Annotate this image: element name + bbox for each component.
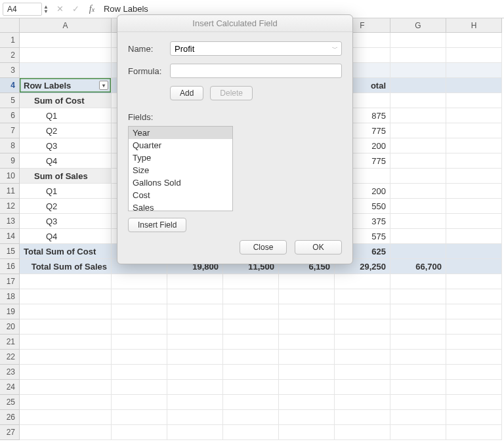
cell-E17[interactable]: [279, 274, 335, 289]
cell-G17[interactable]: [390, 274, 446, 289]
cell-H14[interactable]: [446, 229, 502, 244]
name-combobox[interactable]: ﹀: [170, 41, 342, 56]
cell-A1[interactable]: [20, 33, 112, 48]
cell-A16[interactable]: Total Sum of Sales: [20, 259, 112, 274]
row-header-19[interactable]: 19: [0, 304, 20, 319]
cell-F22[interactable]: [335, 350, 390, 365]
cell-G16[interactable]: 66,700: [390, 259, 446, 274]
cell-H5[interactable]: [446, 93, 502, 108]
field-item[interactable]: Cost: [129, 189, 232, 201]
cell-G12[interactable]: [390, 199, 446, 214]
cell-D27[interactable]: [223, 425, 279, 440]
cell-H20[interactable]: [446, 319, 502, 335]
cell-E19[interactable]: [279, 304, 335, 319]
cell-H13[interactable]: [446, 214, 502, 229]
cell-G13[interactable]: [390, 214, 446, 229]
field-item[interactable]: Gallons Sold: [129, 176, 232, 189]
cell-G19[interactable]: [390, 304, 446, 319]
cell-H1[interactable]: [446, 33, 502, 48]
cell-A13[interactable]: Q3: [20, 214, 112, 229]
field-item[interactable]: Year: [129, 127, 232, 139]
cell-A14[interactable]: Q4: [20, 229, 112, 244]
cell-B22[interactable]: [112, 350, 167, 365]
row-header-15[interactable]: 15: [0, 244, 20, 259]
formula-input[interactable]: [170, 64, 342, 78]
row-header-26[interactable]: 26: [0, 410, 20, 425]
row-header-12[interactable]: 12: [0, 199, 20, 214]
add-button[interactable]: Add: [170, 86, 203, 100]
cell-G22[interactable]: [390, 350, 446, 365]
cell-E20[interactable]: [279, 319, 335, 335]
cell-C18[interactable]: [167, 289, 223, 304]
cell-H18[interactable]: [446, 289, 502, 304]
cell-A23[interactable]: [20, 365, 112, 380]
cell-G23[interactable]: [390, 365, 446, 380]
fields-listbox[interactable]: YearQuarterTypeSizeGallons SoldCostSales: [128, 126, 233, 211]
cell-G4[interactable]: [390, 78, 446, 93]
row-header-8[interactable]: 8: [0, 138, 20, 153]
name-box[interactable]: A4: [3, 3, 42, 16]
cell-F20[interactable]: [335, 319, 390, 335]
cell-B19[interactable]: [112, 304, 167, 319]
cell-C21[interactable]: [167, 335, 223, 350]
cell-D26[interactable]: [223, 410, 279, 425]
cell-C26[interactable]: [167, 410, 223, 425]
cell-F24[interactable]: [335, 380, 390, 395]
cell-B21[interactable]: [112, 335, 167, 350]
row-header-2[interactable]: 2: [0, 48, 20, 63]
cell-A7[interactable]: Q2: [20, 123, 112, 138]
cell-G6[interactable]: [390, 108, 446, 123]
cell-D25[interactable]: [223, 395, 279, 410]
cell-F27[interactable]: [335, 425, 390, 440]
cell-H25[interactable]: [446, 395, 502, 410]
close-button[interactable]: Close: [240, 240, 287, 255]
cell-C22[interactable]: [167, 350, 223, 365]
cell-H9[interactable]: [446, 153, 502, 169]
cell-A22[interactable]: [20, 350, 112, 365]
cell-H24[interactable]: [446, 380, 502, 395]
cell-F17[interactable]: [335, 274, 390, 289]
row-header-18[interactable]: 18: [0, 289, 20, 304]
row-header-16[interactable]: 16: [0, 259, 20, 274]
cell-D17[interactable]: [223, 274, 279, 289]
cell-F19[interactable]: [335, 304, 390, 319]
cell-H19[interactable]: [446, 304, 502, 319]
cell-A4[interactable]: Row Labels▾: [20, 78, 112, 93]
confirm-icon[interactable]: ✓: [71, 4, 81, 14]
field-item[interactable]: Size: [129, 164, 232, 176]
name-input[interactable]: [170, 41, 342, 56]
cell-H10[interactable]: [446, 169, 502, 184]
cell-E22[interactable]: [279, 350, 335, 365]
field-item[interactable]: Quarter: [129, 139, 232, 152]
cell-A27[interactable]: [20, 425, 112, 440]
cell-F18[interactable]: [335, 289, 390, 304]
row-header-9[interactable]: 9: [0, 153, 20, 169]
cell-A15[interactable]: Total Sum of Cost: [20, 244, 112, 259]
col-header-H[interactable]: H: [446, 18, 502, 33]
cell-B20[interactable]: [112, 319, 167, 335]
cancel-icon[interactable]: ✕: [55, 4, 66, 14]
cell-H8[interactable]: [446, 138, 502, 153]
cell-H17[interactable]: [446, 274, 502, 289]
cell-E24[interactable]: [279, 380, 335, 395]
row-header-22[interactable]: 22: [0, 350, 20, 365]
cell-H16[interactable]: [446, 259, 502, 274]
cell-A17[interactable]: [20, 274, 112, 289]
row-header-5[interactable]: 5: [0, 93, 20, 108]
row-header-7[interactable]: 7: [0, 123, 20, 138]
cell-A8[interactable]: Q3: [20, 138, 112, 153]
cell-B27[interactable]: [112, 425, 167, 440]
cell-A18[interactable]: [20, 289, 112, 304]
cell-H12[interactable]: [446, 199, 502, 214]
cell-A10[interactable]: Sum of Sales: [20, 169, 112, 184]
cell-H26[interactable]: [446, 410, 502, 425]
field-item[interactable]: Type: [129, 152, 232, 164]
cell-A11[interactable]: Q1: [20, 184, 112, 199]
cell-G25[interactable]: [390, 395, 446, 410]
cell-C24[interactable]: [167, 380, 223, 395]
cell-E26[interactable]: [279, 410, 335, 425]
cell-H11[interactable]: [446, 184, 502, 199]
cell-B23[interactable]: [112, 365, 167, 380]
cell-H27[interactable]: [446, 425, 502, 440]
row-header-10[interactable]: 10: [0, 169, 20, 184]
